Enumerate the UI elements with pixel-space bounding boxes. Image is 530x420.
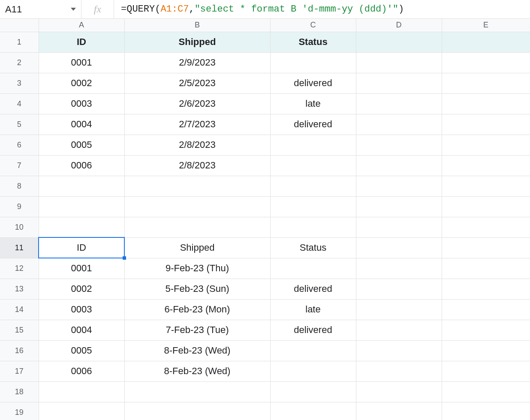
cell[interactable] (356, 114, 442, 135)
row-header[interactable]: 9 (0, 196, 39, 217)
cell[interactable] (270, 52, 356, 73)
cell[interactable]: 2/7/2023 (124, 114, 270, 135)
formula-input[interactable]: =QUERY(A1:C7,"select * format B 'd-mmm-y… (114, 0, 530, 18)
cell[interactable] (270, 381, 356, 402)
cell[interactable]: 0003 (39, 299, 124, 320)
cell[interactable] (442, 32, 530, 52)
cell[interactable]: 2/5/2023 (124, 73, 270, 93)
cell[interactable] (442, 135, 530, 155)
cell[interactable] (39, 196, 124, 217)
cell[interactable]: 0006 (39, 361, 124, 381)
column-header[interactable]: D (356, 19, 442, 32)
cell[interactable]: delivered (270, 73, 356, 93)
cell[interactable]: 0006 (39, 155, 124, 176)
row-header[interactable]: 17 (0, 361, 39, 381)
cell[interactable] (356, 402, 442, 420)
cell[interactable] (356, 93, 442, 114)
cell[interactable] (442, 155, 530, 176)
cell[interactable] (442, 279, 530, 299)
cell[interactable]: delivered (270, 114, 356, 135)
cell[interactable]: 0002 (39, 73, 124, 93)
cell[interactable]: late (270, 93, 356, 114)
row-header[interactable]: 18 (0, 381, 39, 402)
cell[interactable] (442, 320, 530, 340)
cell[interactable] (442, 114, 530, 135)
cell[interactable]: 0002 (39, 279, 124, 299)
cell[interactable] (124, 176, 270, 196)
cell[interactable] (124, 217, 270, 237)
row-header[interactable]: 2 (0, 52, 39, 73)
cell[interactable] (270, 258, 356, 279)
cell[interactable]: 8-Feb-23 (Wed) (124, 361, 270, 381)
cell[interactable] (356, 73, 442, 93)
cell[interactable] (356, 340, 442, 361)
cell[interactable] (442, 52, 530, 73)
cell[interactable]: ID (39, 237, 124, 258)
row-header[interactable]: 3 (0, 73, 39, 93)
cell[interactable] (356, 217, 442, 237)
cell[interactable] (356, 176, 442, 196)
cell[interactable] (356, 237, 442, 258)
dropdown-icon[interactable] (71, 8, 76, 11)
cell[interactable]: 0001 (39, 52, 124, 73)
cell[interactable] (442, 402, 530, 420)
cell[interactable] (270, 361, 356, 381)
row-header[interactable]: 10 (0, 217, 39, 237)
row-header[interactable]: 1 (0, 32, 39, 52)
row-header[interactable]: 19 (0, 402, 39, 420)
row-header[interactable]: 12 (0, 258, 39, 279)
cell[interactable] (356, 320, 442, 340)
cell[interactable] (356, 361, 442, 381)
cell[interactable]: delivered (270, 279, 356, 299)
cell[interactable] (270, 340, 356, 361)
cell[interactable]: 7-Feb-23 (Tue) (124, 320, 270, 340)
cell[interactable] (39, 402, 124, 420)
cell[interactable]: Shipped (124, 32, 270, 52)
cell[interactable]: 0005 (39, 135, 124, 155)
cell[interactable]: Shipped (124, 237, 270, 258)
select-all-corner[interactable] (0, 19, 39, 32)
row-header[interactable]: 14 (0, 299, 39, 320)
cell[interactable] (442, 196, 530, 217)
cell[interactable]: Status (270, 237, 356, 258)
cell[interactable]: ID (39, 32, 124, 52)
cell[interactable] (356, 155, 442, 176)
cell[interactable] (442, 176, 530, 196)
spreadsheet-grid[interactable]: ABCDE 1IDShippedStatus200012/9/202330002… (0, 19, 530, 420)
cell[interactable] (356, 258, 442, 279)
cell[interactable] (39, 381, 124, 402)
cell[interactable]: Status (270, 32, 356, 52)
cell[interactable] (442, 361, 530, 381)
cell[interactable] (356, 135, 442, 155)
cell[interactable] (356, 279, 442, 299)
cell[interactable] (270, 196, 356, 217)
column-header[interactable]: A (39, 19, 124, 32)
cell[interactable] (124, 381, 270, 402)
cell[interactable] (124, 196, 270, 217)
column-header[interactable]: E (442, 19, 530, 32)
cell[interactable]: 2/8/2023 (124, 155, 270, 176)
cell[interactable]: late (270, 299, 356, 320)
cell[interactable] (270, 402, 356, 420)
cell[interactable]: 6-Feb-23 (Mon) (124, 299, 270, 320)
cell[interactable] (442, 258, 530, 279)
cell[interactable] (356, 196, 442, 217)
row-header[interactable]: 5 (0, 114, 39, 135)
cell[interactable]: 0004 (39, 320, 124, 340)
cell[interactable] (442, 381, 530, 402)
cell[interactable] (442, 93, 530, 114)
cell[interactable] (442, 237, 530, 258)
cell[interactable] (442, 73, 530, 93)
row-header[interactable]: 13 (0, 279, 39, 299)
cell[interactable]: 0005 (39, 340, 124, 361)
cell[interactable]: 8-Feb-23 (Wed) (124, 340, 270, 361)
cell[interactable] (442, 340, 530, 361)
cell[interactable] (356, 32, 442, 52)
column-header[interactable]: B (124, 19, 270, 32)
cell[interactable] (270, 176, 356, 196)
row-header[interactable]: 8 (0, 176, 39, 196)
cell[interactable] (356, 381, 442, 402)
row-header[interactable]: 6 (0, 135, 39, 155)
cell[interactable] (356, 299, 442, 320)
cell[interactable]: 2/9/2023 (124, 52, 270, 73)
